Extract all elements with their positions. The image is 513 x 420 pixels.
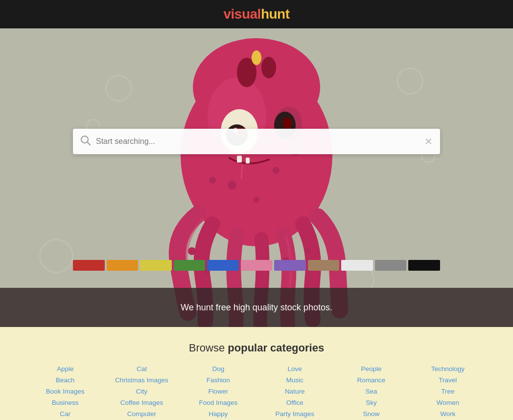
category-column-col1: AppleBeachBook ImagesBusinessCar <box>29 365 101 418</box>
category-link-food-images[interactable]: Food Images <box>199 399 237 406</box>
svg-point-15 <box>228 181 236 189</box>
category-link-snow[interactable]: Snow <box>363 410 380 418</box>
search-container: ✕ <box>73 129 440 154</box>
category-link-apple[interactable]: Apple <box>57 365 74 373</box>
svg-point-17 <box>209 177 216 184</box>
deco-circle-3 <box>39 239 73 273</box>
svg-line-26 <box>88 142 91 145</box>
search-icon <box>80 135 91 148</box>
search-input[interactable] <box>96 137 424 146</box>
category-link-car[interactable]: Car <box>60 410 70 418</box>
swatch-pink[interactable] <box>241 260 273 271</box>
categories-section: Browse popular categories AppleBeachBook… <box>0 327 513 420</box>
categories-grid: AppleBeachBook ImagesBusinessCarCatChris… <box>29 365 484 418</box>
swatch-yellow[interactable] <box>140 260 172 271</box>
search-bar: ✕ <box>73 129 440 154</box>
category-link-christmas-images[interactable]: Christmas Images <box>115 376 168 384</box>
deco-circle-1 <box>105 75 132 102</box>
category-link-party-images[interactable]: Party Images <box>275 410 314 418</box>
hero-section: ✕ We hunt free high quality stock photos… <box>0 28 513 327</box>
category-link-nature[interactable]: Nature <box>285 388 305 395</box>
swatch-white[interactable] <box>341 260 373 271</box>
category-link-coffee-images[interactable]: Coffee Images <box>120 399 163 406</box>
svg-point-1 <box>193 38 320 136</box>
category-link-flower[interactable]: Flower <box>209 388 229 395</box>
swatch-red[interactable] <box>73 260 105 271</box>
category-link-city[interactable]: City <box>136 388 147 395</box>
category-column-col4: LoveMusicNatureOfficeParty Images <box>259 365 330 418</box>
deco-circle-5 <box>396 68 423 94</box>
category-link-fashion[interactable]: Fashion <box>207 376 230 384</box>
categories-title-bold: popular categories <box>228 342 324 354</box>
category-column-col5: PeopleRomanceSeaSkySnow <box>335 365 407 418</box>
svg-point-22 <box>237 58 256 87</box>
search-clear-button[interactable]: ✕ <box>424 136 433 147</box>
svg-rect-10 <box>237 156 242 163</box>
svg-point-9 <box>283 117 292 129</box>
svg-point-18 <box>188 247 196 255</box>
category-link-work[interactable]: Work <box>440 410 455 418</box>
category-link-happy[interactable]: Happy <box>209 410 228 418</box>
category-link-tree[interactable]: Tree <box>441 388 454 395</box>
category-link-people[interactable]: People <box>361 365 381 373</box>
site-logo[interactable]: visualhunt <box>223 6 289 22</box>
category-link-computer[interactable]: Computer <box>127 410 156 418</box>
swatch-black[interactable] <box>408 260 440 271</box>
svg-point-23 <box>261 57 276 78</box>
category-link-office[interactable]: Office <box>286 399 303 406</box>
category-link-sky[interactable]: Sky <box>366 399 377 406</box>
category-link-travel[interactable]: Travel <box>439 376 457 384</box>
category-link-women[interactable]: Women <box>437 399 459 406</box>
svg-rect-11 <box>246 158 250 163</box>
swatch-brown[interactable] <box>308 260 340 271</box>
category-link-technology[interactable]: Technology <box>431 365 465 373</box>
category-link-dog[interactable]: Dog <box>212 365 224 373</box>
category-column-col3: DogFashionFlowerFood ImagesHappy <box>183 365 254 418</box>
category-link-cat[interactable]: Cat <box>137 365 147 373</box>
site-header: visualhunt <box>0 0 513 28</box>
svg-point-0 <box>181 65 332 246</box>
category-link-romance[interactable]: Romance <box>357 376 386 384</box>
category-link-love[interactable]: Love <box>288 365 302 373</box>
category-link-book-images[interactable]: Book Images <box>46 388 85 395</box>
monster-illustration <box>134 28 379 322</box>
category-column-col6: TechnologyTravelTreeWomenWork <box>412 365 484 418</box>
category-link-business[interactable]: Business <box>52 399 79 406</box>
category-link-music[interactable]: Music <box>286 376 303 384</box>
swatch-blue[interactable] <box>207 260 239 271</box>
categories-title-plain: Browse <box>189 342 228 354</box>
svg-point-24 <box>252 50 261 65</box>
category-column-col2: CatChristmas ImagesCityCoffee ImagesComp… <box>106 365 177 418</box>
swatch-gray[interactable] <box>375 260 407 271</box>
logo-hunt-text: hunt <box>261 6 290 22</box>
hero-overlay: We hunt free high quality stock photos. <box>0 288 513 327</box>
svg-point-21 <box>304 248 311 255</box>
color-swatches <box>73 260 440 271</box>
swatch-green[interactable] <box>174 260 206 271</box>
svg-point-16 <box>254 197 259 203</box>
category-link-sea[interactable]: Sea <box>365 388 377 395</box>
category-link-beach[interactable]: Beach <box>56 376 74 384</box>
svg-point-14 <box>273 167 280 174</box>
swatch-purple[interactable] <box>274 260 306 271</box>
categories-title: Browse popular categories <box>29 342 484 354</box>
swatch-orange[interactable] <box>107 260 139 271</box>
hero-tagline: We hunt free high quality stock photos. <box>181 303 332 313</box>
logo-visual-text: visual <box>223 6 260 22</box>
